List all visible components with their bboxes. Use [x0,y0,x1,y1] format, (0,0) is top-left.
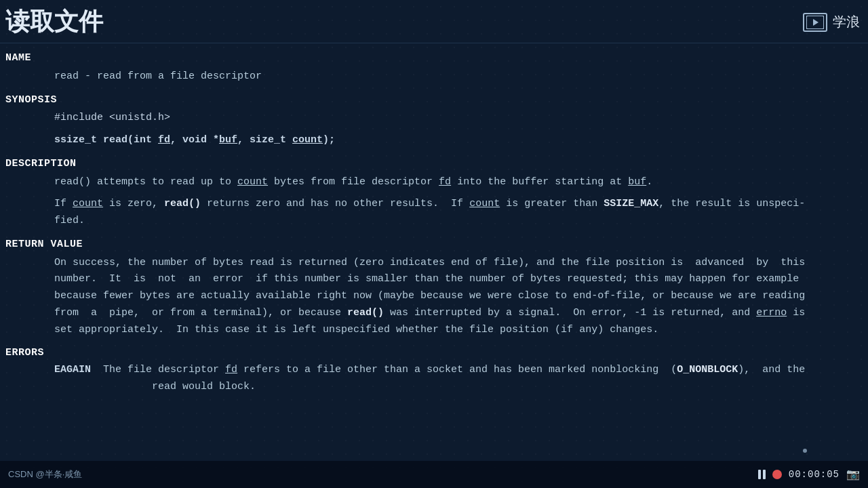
section-synopsis: SYNOPSIS #include <unistd.h> ssize_t rea… [5,92,863,149]
description-body: read() attempts to read up to count byte… [5,174,863,230]
ssize-max: SSIZE_MAX [604,198,658,209]
description-para1: read() attempts to read up to count byte… [54,174,863,191]
return-para1: On success, the number of bytes read is … [54,255,863,339]
header: 读取文件 学浪 [0,0,868,43]
logo-area: 学浪 [803,13,860,32]
fd-underline-1: fd [158,134,170,146]
o-nonblock: O_NONBLOCK [677,364,738,375]
section-errors: ERRORS EAGAIN The file descriptor fd ref… [5,345,863,395]
timestamp: 00:00:05 [789,469,840,480]
return-value-body: On success, the number of bytes read is … [5,255,863,339]
count-underline-2: count [237,176,268,188]
section-description: DESCRIPTION read() attempts to read up t… [5,156,863,230]
pause-bar-right [763,470,766,479]
section-name: NAME read - read from a file descriptor [5,50,863,85]
eagain-text: The file descriptor fd refers to a file … [103,362,805,396]
pause-bar-left [758,470,761,479]
pause-button[interactable] [758,470,766,479]
csdn-label: CSDN @半条·咸鱼 [8,468,82,481]
content-area: NAME read - read from a file descriptor … [0,43,868,409]
description-heading: DESCRIPTION [5,158,77,169]
page-wrapper: 读取文件 学浪 NAME read - read from a file des… [0,0,868,488]
errors-body: EAGAIN The file descriptor fd refers to … [5,362,863,396]
cursor-dot [803,449,807,453]
logo-text: 学浪 [833,13,860,31]
read-bold-2: read() [347,307,384,319]
buf-underline-1: buf [219,134,237,146]
func-sig: ssize_t read(int fd, void *buf, size_t c… [54,132,863,149]
eagain-label: EAGAIN [54,362,103,396]
errors-heading: ERRORS [5,347,44,359]
name-heading: NAME [5,52,31,64]
fd-underline-3: fd [225,364,237,375]
camera-icon[interactable]: 📷 [846,468,860,481]
count-underline-3: count [73,198,103,209]
count-underline-1: count [292,134,323,146]
section-return-value: RETURN VALUE On success, the number of b… [5,237,863,339]
player-controls[interactable]: 00:00:05 📷 [758,468,860,481]
read-bold-1: read() [164,198,201,209]
name-body: read - read from a file descriptor [5,68,863,85]
func-sig-text: ssize_t read(int fd, void *buf, size_t c… [54,134,335,146]
return-value-heading: RETURN VALUE [5,239,83,250]
include-line: #include <unistd.h> [54,110,863,127]
fd-underline-2: fd [439,176,451,188]
synopsis-body: #include <unistd.h> ssize_t read(int fd,… [5,110,863,149]
record-dot [772,470,782,479]
name-text: read - read from a file descriptor [54,68,863,85]
buf-underline-2: buf [628,176,646,188]
bottom-bar: CSDN @半条·咸鱼 00:00:05 📷 [0,461,868,488]
page-title: 读取文件 [5,5,103,39]
errno-underline: errno [756,307,787,319]
logo-icon [803,13,827,32]
description-para2: If count is zero, read() returns zero an… [54,196,863,230]
synopsis-heading: SYNOPSIS [5,94,57,106]
logo-svg [806,16,824,29]
svg-marker-1 [813,19,818,26]
count-underline-4: count [469,198,500,209]
eagain-row: EAGAIN The file descriptor fd refers to … [54,362,863,396]
